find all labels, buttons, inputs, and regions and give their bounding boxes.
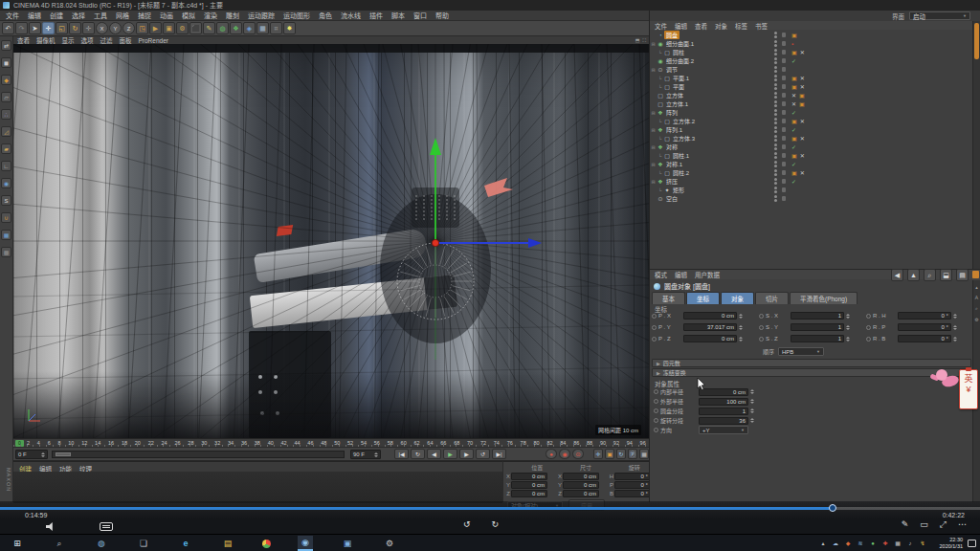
frame-tick[interactable]: 34: [228, 440, 234, 446]
workplane-mode[interactable]: ▱: [1, 92, 11, 102]
frame-tick[interactable]: 68: [454, 440, 459, 446]
object-row[interactable]: └▢圆柱.2▣✕: [650, 168, 973, 177]
frame-tick[interactable]: 10: [68, 440, 74, 446]
live-selection-tool[interactable]: ➤: [29, 22, 41, 34]
generators[interactable]: ◍: [216, 22, 229, 34]
object-row[interactable]: ⊟❖阵列.1✓: [650, 125, 973, 134]
menu-item[interactable]: 用户数据: [695, 270, 720, 279]
edge-app[interactable]: e: [178, 536, 193, 551]
enable-chip[interactable]: [782, 58, 786, 63]
attribute-tab[interactable]: 对象: [721, 292, 754, 304]
enable-chip[interactable]: [782, 127, 786, 132]
check-tag-icon[interactable]: ✓: [791, 126, 796, 133]
visibility-dots[interactable]: [774, 143, 777, 146]
tray-icon[interactable]: ▴: [819, 539, 827, 548]
frame-tick[interactable]: 52: [347, 440, 353, 446]
size-z-field[interactable]: 0 cm: [563, 490, 599, 497]
menu-item[interactable]: 编辑: [675, 270, 687, 279]
cross-tag-icon[interactable]: ✕: [800, 75, 805, 81]
anim-toggle[interactable]: [759, 337, 764, 342]
enable-chip[interactable]: [782, 144, 786, 149]
cross-tag-icon[interactable]: ✕: [800, 152, 805, 159]
viewport-pane-buttons[interactable]: ⬒⛶: [635, 37, 646, 44]
tex-tag-icon[interactable]: ▣: [799, 92, 805, 99]
enable-chip[interactable]: [782, 119, 786, 123]
object-row[interactable]: ⊟◉细分曲面.1▪: [650, 39, 973, 48]
object-row[interactable]: ⊟❖阵列✓: [650, 108, 973, 117]
fullscreen-icon[interactable]: ⤢: [940, 520, 947, 529]
menu-item[interactable]: 选择: [72, 11, 85, 20]
menu-item[interactable]: 网格: [116, 11, 129, 20]
cortana-button[interactable]: ◍: [94, 536, 109, 551]
material-list-empty[interactable]: [13, 472, 502, 503]
frame-tick[interactable]: 66: [440, 440, 446, 446]
tray-icon[interactable]: ●: [869, 539, 877, 548]
object-name[interactable]: 立方体: [664, 91, 685, 99]
polygons-mode[interactable]: ▰: [1, 143, 11, 154]
visibility-dots[interactable]: [774, 178, 777, 181]
explorer-app[interactable]: ▤: [220, 536, 235, 551]
tray-icon[interactable]: ✚: [881, 539, 889, 548]
menu-item[interactable]: 帮助: [435, 11, 449, 20]
position-y-field[interactable]: 0 cm: [511, 481, 547, 489]
progress-knob[interactable]: [829, 504, 836, 512]
menu-item[interactable]: 编辑: [675, 21, 687, 31]
frame-tick[interactable]: 92: [613, 440, 619, 446]
record-keyframes[interactable]: ●: [546, 449, 557, 459]
sz-field[interactable]: 1: [791, 335, 844, 342]
key-rotation-toggle[interactable]: ↻: [616, 449, 626, 459]
visibility-dots[interactable]: [774, 100, 777, 103]
visibility-dots[interactable]: [774, 57, 777, 60]
object-row[interactable]: └▢平面▣✕: [650, 82, 973, 91]
texture-mode[interactable]: ◆: [1, 75, 11, 85]
tray-icon[interactable]: ♪: [906, 539, 914, 548]
cross-tag-icon[interactable]: ✕: [800, 83, 805, 90]
frame-tick[interactable]: 56: [374, 440, 380, 446]
rb-field[interactable]: 0 °: [898, 335, 951, 342]
menu-item[interactable]: 标签: [735, 21, 747, 31]
frame-tick[interactable]: 60: [401, 440, 407, 446]
tex-tag-icon[interactable]: ▣: [791, 169, 797, 176]
object-row[interactable]: ▢立方体✕▣: [650, 91, 973, 99]
tex-tag-icon[interactable]: ▣: [791, 32, 797, 38]
enable-chip[interactable]: [782, 41, 786, 46]
object-name[interactable]: 立方体.3: [671, 134, 697, 143]
key-position-toggle[interactable]: ✛: [593, 449, 603, 459]
menu-item[interactable]: 动画: [160, 11, 173, 20]
tray-icon[interactable]: ▦: [894, 539, 902, 548]
rotation-b-field[interactable]: 0 °: [614, 490, 651, 497]
check-tag-icon[interactable]: ✓: [791, 178, 796, 185]
object-row[interactable]: └▢平面.1▣✕: [650, 74, 973, 82]
visibility-dots[interactable]: [774, 75, 777, 77]
freeze-transform-section[interactable]: ▶冻结变换: [652, 368, 971, 377]
check-tag-icon[interactable]: ✓: [791, 161, 796, 167]
anim-toggle[interactable]: [652, 325, 657, 330]
object-name[interactable]: 调节: [664, 65, 679, 74]
make-editable[interactable]: ⇄: [1, 40, 11, 51]
enable-chip[interactable]: [782, 110, 786, 115]
enable-chip[interactable]: [782, 170, 786, 175]
frame-tick[interactable]: 48: [321, 440, 326, 446]
order-dropdown[interactable]: HPB▼: [778, 347, 824, 356]
check-tag-icon[interactable]: ✓: [791, 57, 796, 64]
visibility-dots[interactable]: [774, 66, 777, 69]
frame-tick[interactable]: 2: [27, 440, 30, 446]
visibility-dots[interactable]: [774, 187, 777, 189]
anim-toggle[interactable]: [652, 314, 657, 319]
enable-chip[interactable]: [782, 153, 786, 158]
visibility-dots[interactable]: [774, 169, 777, 172]
range-slider-handle[interactable]: [56, 452, 71, 456]
enable-chip[interactable]: [782, 93, 786, 98]
rotation-h-field[interactable]: 0 °: [614, 473, 651, 480]
frame-tick[interactable]: 14: [95, 440, 100, 446]
pz-field[interactable]: 0 cm: [683, 335, 737, 342]
menu-item[interactable]: 文件: [655, 21, 667, 31]
tray-icon[interactable]: ◆: [844, 539, 852, 548]
object-row[interactable]: ◔圆盘▣: [650, 31, 973, 39]
object-name[interactable]: 对称: [664, 143, 679, 151]
anim-toggle[interactable]: [866, 337, 871, 342]
frame-tick[interactable]: 80: [533, 440, 539, 446]
menu-item[interactable]: 雕刻: [226, 11, 239, 20]
object-name[interactable]: 细分曲面.2: [664, 56, 696, 65]
anim-toggle[interactable]: [654, 399, 658, 404]
